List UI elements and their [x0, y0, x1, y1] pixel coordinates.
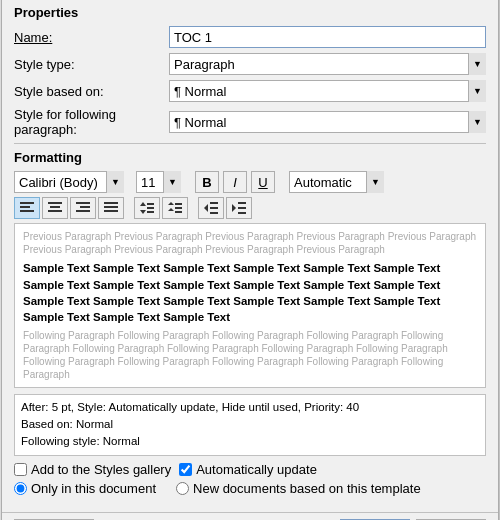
alignment-row	[14, 197, 486, 219]
align-center-button[interactable]	[42, 197, 68, 219]
preview-sample-text: Sample Text Sample Text Sample Text Samp…	[23, 260, 477, 324]
only-document-label[interactable]: Only in this document	[14, 481, 156, 496]
style-type-select-wrapper: Paragraph ▼	[169, 53, 486, 75]
svg-marker-16	[140, 202, 146, 206]
preview-previous-text: Previous Paragraph Previous Paragraph Pr…	[23, 230, 477, 256]
space-info-section: After: 5 pt, Style: Automatically update…	[14, 394, 486, 456]
name-label: Name:	[14, 30, 169, 45]
align-right-button[interactable]	[70, 197, 96, 219]
auto-update-label[interactable]: Automatically update	[179, 462, 317, 477]
svg-rect-29	[210, 212, 218, 214]
svg-rect-18	[147, 203, 154, 205]
font-size-wrapper: 11 ▼	[136, 171, 181, 193]
font-select-wrapper: Calibri (Body) ▼	[14, 171, 124, 193]
style-following-label: Style for following paragraph:	[14, 107, 169, 137]
line-spacing-button[interactable]	[134, 197, 160, 219]
formatting-section: Formatting Calibri (Body) ▼ 11 ▼ B	[14, 150, 486, 219]
svg-rect-32	[238, 207, 246, 209]
svg-rect-20	[147, 211, 154, 213]
style-following-select[interactable]: ¶ Normal	[169, 111, 486, 133]
paragraph-spacing-button[interactable]	[162, 197, 188, 219]
svg-rect-33	[238, 212, 246, 214]
radio-row: Only in this document New documents base…	[14, 481, 486, 496]
svg-rect-5	[50, 206, 60, 208]
style-type-row: Style type: Paragraph ▼	[14, 53, 486, 75]
add-gallery-checkbox[interactable]	[14, 463, 27, 476]
svg-rect-9	[80, 206, 90, 208]
decrease-indent-button[interactable]	[198, 197, 224, 219]
style-following-row: Style for following paragraph: ¶ Normal …	[14, 107, 486, 137]
modify-style-dialog: Modify Style ? ✕ Properties Name: Style …	[1, 0, 499, 520]
font-size-select[interactable]: 11	[136, 171, 181, 193]
underline-button[interactable]: U	[251, 171, 275, 193]
svg-rect-14	[104, 210, 118, 212]
space-info-line2: Based on: Normal	[21, 416, 479, 433]
space-info-line1: After: 5 pt, Style: Automatically update…	[21, 399, 479, 416]
properties-section-title: Properties	[14, 5, 486, 20]
svg-rect-4	[48, 202, 62, 204]
svg-rect-8	[76, 202, 90, 204]
align-left-button[interactable]	[14, 197, 40, 219]
svg-rect-1	[20, 206, 30, 208]
preview-box: Previous Paragraph Previous Paragraph Pr…	[14, 223, 486, 387]
italic-button[interactable]: I	[223, 171, 247, 193]
bold-button[interactable]: B	[195, 171, 219, 193]
svg-rect-13	[104, 206, 118, 208]
svg-rect-19	[147, 207, 154, 209]
svg-rect-10	[76, 210, 90, 212]
svg-rect-24	[175, 207, 182, 209]
increase-indent-button[interactable]	[226, 197, 252, 219]
svg-rect-12	[104, 202, 118, 204]
align-justify-button[interactable]	[98, 197, 124, 219]
formatting-row: Calibri (Body) ▼ 11 ▼ B I U	[14, 171, 486, 193]
svg-marker-30	[232, 204, 236, 212]
checkbox-row: Add to the Styles gallery Automatically …	[14, 462, 486, 477]
style-based-select[interactable]: ¶ Normal	[169, 80, 486, 102]
new-documents-label[interactable]: New documents based on this template	[176, 481, 421, 496]
svg-rect-0	[20, 202, 34, 204]
svg-rect-2	[20, 210, 34, 212]
color-select-wrapper: Automatic ▼	[289, 171, 384, 193]
svg-rect-23	[175, 203, 182, 205]
name-input[interactable]	[169, 26, 486, 48]
properties-divider	[14, 143, 486, 144]
dialog-content: Properties Name: Style type: Paragraph ▼…	[2, 0, 498, 512]
new-documents-radio[interactable]	[176, 482, 189, 495]
svg-rect-25	[175, 211, 182, 213]
preview-following-text: Following Paragraph Following Paragraph …	[23, 329, 477, 381]
bottom-options: Add to the Styles gallery Automatically …	[14, 462, 486, 496]
bottom-buttons-bar: Format ▼ OK Cancel	[2, 512, 498, 520]
only-document-radio[interactable]	[14, 482, 27, 495]
formatting-section-title: Formatting	[14, 150, 486, 165]
auto-update-checkbox[interactable]	[179, 463, 192, 476]
color-select[interactable]: Automatic	[289, 171, 384, 193]
add-gallery-label[interactable]: Add to the Styles gallery	[14, 462, 171, 477]
svg-marker-26	[204, 204, 208, 212]
space-info-line3: Following style: Normal	[21, 433, 479, 450]
style-based-label: Style based on:	[14, 84, 169, 99]
style-based-select-wrapper: ¶ Normal ▼	[169, 80, 486, 102]
style-based-row: Style based on: ¶ Normal ▼	[14, 80, 486, 102]
svg-rect-6	[48, 210, 62, 212]
svg-rect-27	[210, 202, 218, 204]
svg-marker-17	[140, 210, 146, 214]
svg-marker-22	[168, 208, 174, 211]
name-row: Name:	[14, 26, 486, 48]
svg-rect-28	[210, 207, 218, 209]
style-type-select[interactable]: Paragraph	[169, 53, 486, 75]
svg-marker-21	[168, 202, 174, 205]
svg-rect-31	[238, 202, 246, 204]
style-following-select-wrapper: ¶ Normal ▼	[169, 111, 486, 133]
font-select[interactable]: Calibri (Body)	[14, 171, 124, 193]
style-type-label: Style type:	[14, 57, 169, 72]
